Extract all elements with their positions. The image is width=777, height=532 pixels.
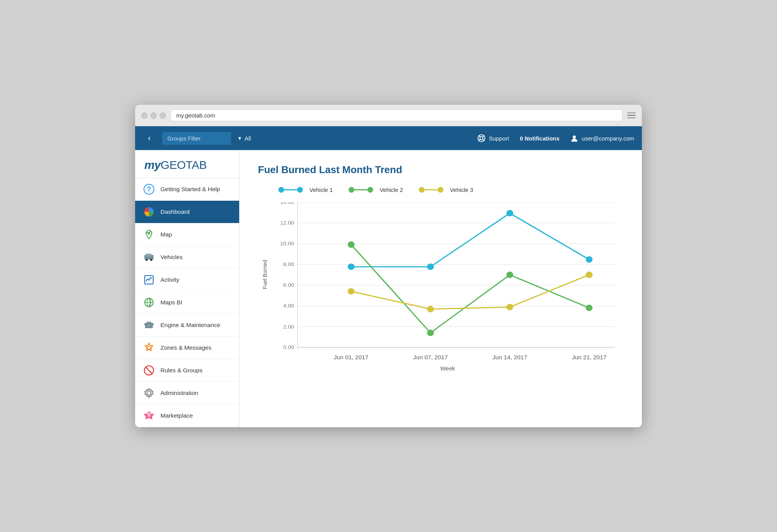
sidebar-label-administration: Administration [160,390,198,397]
sidebar-label-rules-groups: Rules & Groups [160,367,202,374]
sidebar-label-activity: Activity [160,276,179,283]
svg-point-1 [480,137,483,140]
svg-point-51 [586,256,593,263]
user-button[interactable]: user@company.com [570,134,634,142]
svg-point-28 [147,391,151,395]
groups-filter-input[interactable] [162,132,231,145]
maps-bi-icon [143,296,155,309]
app-logo: myGEOTAB [144,159,230,172]
admin-icon [143,387,155,399]
sidebar-label-maps-bi: Maps BI [160,299,182,306]
filter-dropdown[interactable]: ▼ All [237,135,251,142]
svg-text:2.00: 2.00 [283,324,294,329]
sidebar-label-map: Map [160,231,172,238]
marketplace-icon [143,410,155,422]
legend-vehicle1: Vehicle 1 [281,187,333,193]
help-icon: ? [143,183,155,195]
svg-text:6.00: 6.00 [283,282,294,288]
svg-text:14.00: 14.00 [280,202,294,205]
svg-text:Jun 01, 2017: Jun 01, 2017 [334,354,368,360]
svg-point-6 [573,135,576,139]
activity-icon [143,274,155,286]
engine-icon [143,319,155,331]
svg-text:Jun 14, 2017: Jun 14, 2017 [493,354,527,360]
back-button[interactable]: ‹ [143,132,156,145]
filter-label: All [245,135,251,142]
legend-vehicle3: Vehicle 3 [422,187,473,193]
svg-point-53 [427,330,434,336]
svg-point-54 [506,272,513,278]
sidebar-label-dashboard: Dashboard [160,208,190,215]
svg-point-59 [586,272,593,278]
svg-rect-21 [152,324,154,325]
svg-point-50 [506,210,513,216]
svg-point-58 [506,304,513,311]
logo-area: myGEOTAB [135,150,239,178]
chart-legend: Vehicle 1 Vehicle 2 [281,187,623,193]
svg-point-49 [427,264,434,270]
legend-label-vehicle3: Vehicle 3 [450,187,473,193]
notifications-label: 0 Notifications [520,135,559,142]
sidebar-item-administration[interactable]: Administration [135,382,239,405]
zones-icon [143,342,155,354]
sidebar-item-engine-maintenance[interactable]: Engine & Maintenance [135,314,239,337]
legend-vehicle2: Vehicle 2 [351,187,403,193]
sidebar-item-getting-started[interactable]: ? Getting Started & Help [135,178,239,201]
svg-text:10.00: 10.00 [280,241,294,246]
svg-point-25 [147,346,150,349]
svg-point-29 [148,415,150,417]
chart-title: Fuel Burned Last Month Trend [258,164,623,176]
logo-geotab: GEOTAB [160,159,207,171]
svg-line-27 [145,367,152,374]
sidebar-item-zones-messages[interactable]: Zones & Messages [135,337,239,359]
svg-point-57 [427,306,434,312]
chart-wrapper: Fuel Burned [258,202,623,363]
svg-text:4.00: 4.00 [283,302,294,308]
sidebar-label-marketplace: Marketplace [160,412,193,419]
vehicles-icon [143,251,155,263]
svg-rect-20 [144,324,146,325]
sidebar-label-zones-messages: Zones & Messages [160,344,212,351]
svg-text:Jun 21, 2017: Jun 21, 2017 [572,354,606,360]
support-label: Support [489,135,509,142]
map-icon [143,228,155,241]
sidebar-item-map[interactable]: Map [135,223,239,246]
svg-text:Jun 07, 2017: Jun 07, 2017 [413,354,448,360]
svg-rect-12 [146,254,151,256]
y-axis-label: Fuel Burned [262,260,268,289]
legend-label-vehicle2: Vehicle 2 [380,187,403,193]
support-button[interactable]: Support [477,134,509,142]
user-icon [570,134,579,142]
browser-dots [141,112,166,119]
notifications-button[interactable]: 0 Notifications [520,135,559,142]
x-axis-label: Week [272,365,623,372]
sidebar-item-vehicles[interactable]: Vehicles [135,246,239,269]
sidebar-label-getting-started: Getting Started & Help [160,186,220,193]
sidebar-item-activity[interactable]: Activity [135,269,239,291]
svg-point-24 [148,324,150,327]
user-label: user@company.com [582,135,634,142]
sidebar-item-dashboard[interactable]: Dashboard [135,201,239,223]
svg-text:?: ? [147,185,151,193]
svg-point-14 [150,259,152,261]
sidebar-item-maps-bi[interactable]: Maps BI [135,291,239,314]
legend-label-vehicle1: Vehicle 1 [309,187,333,193]
svg-rect-22 [147,322,149,323]
browser-menu-button[interactable] [627,112,636,119]
svg-point-55 [586,305,593,311]
sidebar-label-vehicles: Vehicles [160,254,183,261]
svg-point-48 [348,264,355,270]
sidebar-item-marketplace[interactable]: Marketplace [135,405,239,427]
filter-arrow-icon: ▼ [237,135,242,141]
chart-svg-area: 0.00 2.00 4.00 6.00 8.00 10.00 12.00 14.… [272,202,623,363]
sidebar-item-rules-groups[interactable]: Rules & Groups [135,359,239,382]
top-bar-actions: Support 0 Notifications user@company.com [477,134,634,142]
sidebar: myGEOTAB ? Getting Started & Help [135,150,240,427]
svg-text:12.00: 12.00 [280,220,294,225]
chart-svg: 0.00 2.00 4.00 6.00 8.00 10.00 12.00 14.… [272,202,623,363]
svg-point-13 [145,259,148,261]
top-bar: ‹ ▼ All Support [135,126,642,150]
address-bar[interactable]: my.geotab.com [170,109,623,121]
sidebar-label-engine-maintenance: Engine & Maintenance [160,322,220,329]
support-icon [477,134,486,142]
